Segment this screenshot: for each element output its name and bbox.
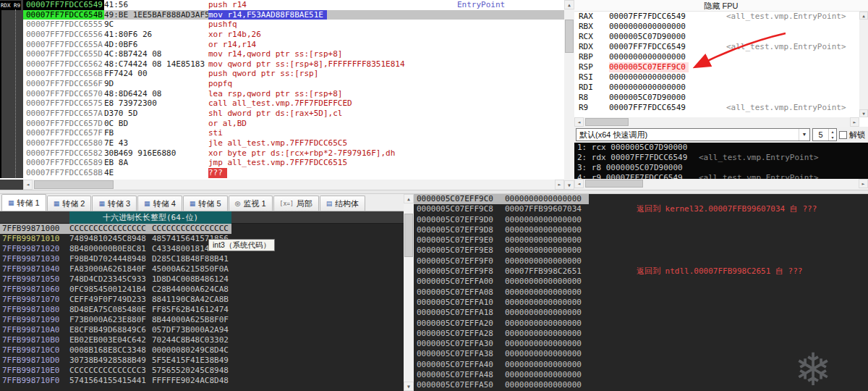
register-value[interactable]: 00007FF7FDCC6549 [609,103,726,113]
address-cell[interactable]: 00007FF7FDCC6575 [23,98,104,109]
scroll-right-icon[interactable]: ► [859,179,868,188]
scroll-left-icon[interactable]: ◄ [23,180,33,190]
dump-row[interactable]: 7FFB99871080 8D48EA75C085480E FF85F62B41… [0,305,404,315]
dump-row[interactable]: 7FFB99871050 748D4CD23345C933 1D8D4C008B… [0,274,404,285]
stack-row[interactable]: 0000005C07EFF9F8 00007FFB998C2651 返回到 nt… [414,266,868,277]
dump-value[interactable]: 5741564155415441 [69,376,152,386]
scrollbar-thumb[interactable] [585,180,643,188]
dump-row[interactable]: 7FFB99871060 0FC98545001241B4 C28B44000A… [0,285,404,295]
dump-address[interactable]: 7FFB99871020 [0,244,69,254]
dump-value[interactable]: FF85F62B41612474 [152,305,246,315]
dump-address[interactable]: 7FFB998710C0 [0,345,69,356]
stack-address[interactable]: 0000005C07EFF9C8 [414,204,505,214]
dump-value[interactable]: EB02EB003E04C642 [69,335,152,345]
stack-address[interactable]: 0000005C07EFFA20 [414,319,505,329]
dump-value[interactable]: 8D48EA75C085480E [69,305,152,315]
scrollbar-track[interactable] [584,117,850,127]
stack-row[interactable]: 0000005C07EFFA10 0000000000000000 [414,298,868,308]
stack-row[interactable]: 0000005C07EFF9F0 0000000000000000 [414,256,868,266]
stack-address[interactable]: 0000005C07EFFA08 [414,287,505,298]
dump-row[interactable]: 7FFB99871010 74894810245C8948 4857415641… [0,234,404,244]
stack-value[interactable]: 0000000000000000 [505,370,637,380]
dump-value[interactable]: 8B4800000B0E8C81 [69,244,152,254]
instruction-cell[interactable]: lea rsp,qword ptr ss:[rsp+8] [208,89,457,99]
argument-row[interactable]: 3: r8 0000005C07D90000 [574,163,868,173]
disasm-row[interactable]: 00007FF7FDCC656B FF7424 00 push qword pt… [0,69,564,79]
stack-value[interactable]: 0000000000000000 [505,194,637,204]
dump-value[interactable]: 70244C8B48C03302 [152,335,246,345]
scroll-down-icon[interactable]: ▼ [404,382,414,391]
dump-address[interactable]: 7FFB99871030 [0,254,69,264]
register-row[interactable]: R9 00007FF7FDCC6549 <all_test.vmp.EntryP… [574,103,859,113]
scroll-down-icon[interactable]: ▼ [564,180,574,190]
dump-value[interactable]: 0FC98545001241B4 [69,285,152,295]
disasm-row[interactable]: 00007FF7FDCC6589 EB 8A jmp all_test.vmp.… [0,158,564,168]
stack-value[interactable]: 00007FFB99607034 [505,204,637,214]
dump-row[interactable]: 7FFB99871000 CCCCCCCCCCCCCCCC CCCCCCCCCC… [0,224,404,234]
tab[interactable]: ▦ 转储 5 [183,196,228,211]
disasm-vscrollbar[interactable]: ▲ ▼ [564,0,574,190]
dump-value[interactable]: D285C18B48F88B41 [152,254,246,264]
instruction-cell[interactable]: ??? [208,168,457,178]
stack-address[interactable]: 0000005C07EFFA50 [414,380,505,390]
stack-value[interactable]: 0000000000000000 [505,319,637,329]
scroll-up-icon[interactable]: ▲ [404,194,414,203]
scrollbar-track[interactable] [404,203,414,382]
register-value[interactable]: 0000005C07EFF9C0 [609,62,726,72]
register-row[interactable]: RDI 0000000000000000 [574,83,859,93]
register-row[interactable]: RBX 0000000000000000 [574,22,859,32]
disasm-row[interactable]: 00007FF7FDCC656F 9D popfq [0,79,564,89]
register-value[interactable]: 0000000000000000 [609,52,726,62]
dump-value[interactable]: 57565520245C8948 [152,366,246,376]
stack-address[interactable]: 0000005C07EFF9F8 [414,266,505,277]
stack-value[interactable]: 0000000000000000 [505,360,637,370]
tab[interactable]: ▦ 转储 2 [47,196,92,211]
tab[interactable]: [x=] 局部 [273,196,319,211]
tab[interactable]: ▤ 结构体 [320,196,366,211]
instruction-cell[interactable]: popfq [208,79,457,89]
register-value[interactable]: 0000000000000000 [609,22,726,32]
address-cell[interactable]: 00007FF7FDCC658B [23,168,104,178]
disasm-row[interactable]: 00007FF7FDCC657A D370 5D shl dword ptr d… [0,109,564,119]
instruction-cell[interactable]: mov qword ptr ss:[rsp+8],FFFFFFFF8351E81… [208,59,457,70]
breakpoint-gutter[interactable] [0,49,23,59]
register-value[interactable]: 0000005C07D90000 [609,32,726,42]
instruction-cell[interactable]: or r14,r14 [208,40,457,50]
instruction-cell[interactable]: sti [208,128,457,138]
stack-address[interactable]: 0000005C07EFF9D0 [414,215,505,225]
instruction-cell[interactable]: xor r14b,26 [208,30,457,40]
hide-fpu-button[interactable]: 隐藏 FPU [574,0,868,12]
stack-value[interactable]: 0000000000000000 [505,245,637,256]
stack-value[interactable]: 0000000000000000 [505,380,637,390]
address-cell[interactable]: 00007FF7FDCC6556 [23,30,104,40]
scroll-up-icon[interactable]: ▲ [564,0,574,9]
address-cell[interactable]: 00007FF7FDCC657D [23,119,104,129]
disasm-row[interactable]: 00007FF7FDCC6556 41:80F6 26 xor r14b,26 [0,30,564,40]
stack-row[interactable]: 0000005C07EFFA20 0000000000000000 [414,319,868,329]
dump-value[interactable]: FFFFFE9024AC8D48 [152,376,246,386]
address-cell[interactable]: 00007FF7FDCC6589 [23,158,104,168]
stack-address[interactable]: 0000005C07EFFA38 [414,349,505,359]
scroll-right-icon[interactable]: ► [555,180,564,190]
stack-address[interactable]: 0000005C07EFFA40 [414,360,505,370]
stack-row[interactable]: 0000005C07EFFA00 0000000000000000 [414,277,868,287]
breakpoint-gutter[interactable] [0,30,23,40]
stack-value[interactable]: 0000000000000000 [505,235,637,245]
dump-address[interactable]: 7FFB99871080 [0,305,69,315]
dump-value[interactable]: CEFF49F0F749D233 [69,295,152,305]
dump-column-header[interactable]: 十六进制长长整型(64-位) [0,211,404,224]
dump-value[interactable]: F73B000A623E880F [69,315,152,325]
scroll-right-icon[interactable]: ► [850,117,859,127]
scrollbar-thumb[interactable] [404,214,413,257]
breakpoint-gutter[interactable] [0,148,23,159]
breakpoint-gutter[interactable] [0,40,23,50]
callconv-dropdown[interactable]: 默认(x64 快速调用) ▼ [576,128,810,141]
instruction-cell[interactable]: jle all_test.vmp.7FF7FDCC65C5 [208,138,457,148]
register-value[interactable]: 00007FF7FDCC6549 [609,42,726,52]
disasm-row[interactable]: 00007FF7FDCC655A 4D:0BF6 or r14,r14 [0,40,564,50]
breakpoint-gutter[interactable] [0,119,23,129]
disasm-row[interactable]: 00007FF7FDCC654B 49:BE 1EE5BAF888AD3AF5 … [0,10,564,20]
dump-address[interactable]: 7FFB99871090 [0,315,69,325]
dump-row[interactable]: 7FFB99871020 8B4800000B0E8C81 C433480018… [0,244,404,254]
instruction-cell[interactable]: mov r14,F53AAD88F8BAE51E [208,10,457,20]
